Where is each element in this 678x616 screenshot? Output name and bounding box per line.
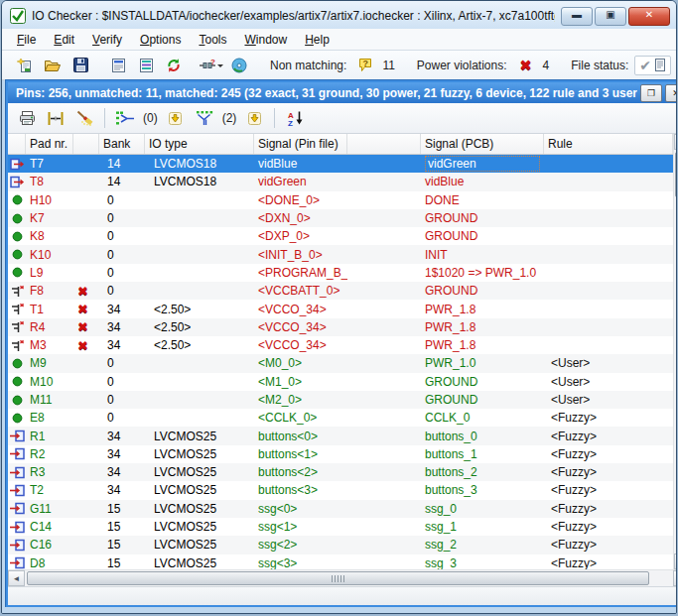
violation-cell (73, 173, 99, 190)
header-icon-column[interactable] (8, 134, 26, 154)
menu-item-window[interactable]: Window (235, 31, 296, 49)
table-row-r2[interactable]: R234LVCMOS25buttons<1>buttons_1<Fuzzy> (8, 445, 673, 463)
gap-cell (347, 300, 421, 317)
vertical-scrollbar[interactable]: ▲ ▼ (673, 134, 677, 569)
signal-pcb-cell: PWR_1.8 (421, 318, 544, 336)
menu-item-options[interactable]: Options (131, 31, 190, 49)
table-row-m3[interactable]: M3✖34<2.50><VCCO_34>PWR_1.8 (8, 336, 673, 354)
signal-pcb-cell: ssg_0 (421, 500, 544, 518)
table-row-t8[interactable]: T814LVCMOS18vidGreenvidBlue (8, 173, 673, 190)
close-button[interactable]: ✕ (628, 7, 670, 26)
signal-pin-file-cell: ssg<3> (254, 554, 347, 569)
table-row-r4[interactable]: R4✖34<2.50><VCCO_34>PWR_1.8 (8, 318, 673, 336)
report-button[interactable] (105, 55, 131, 76)
table-row-k8[interactable]: K80<DXP_0>GROUND (8, 227, 673, 245)
clean-button[interactable] (71, 107, 97, 129)
compare-button[interactable] (43, 107, 68, 129)
probe-dropdown-button[interactable]: ? (199, 55, 224, 76)
merge-filter-down-button[interactable] (163, 107, 189, 129)
report-colored-button[interactable] (133, 55, 159, 76)
funnel-filter-down-button[interactable] (241, 107, 267, 129)
table-row-m11[interactable]: M110<M2_0>GROUND<User> (8, 391, 673, 409)
probe-icon: ? (199, 59, 216, 72)
menu-item-tools[interactable]: Tools (190, 31, 235, 49)
verify-ok-button[interactable]: ✔ (673, 55, 677, 76)
restore-button[interactable]: ▣ (595, 7, 626, 26)
merge-connector-button[interactable] (112, 107, 138, 129)
open-file-button[interactable] (40, 55, 66, 76)
minimize-button[interactable]: ▬ (561, 7, 593, 26)
pin-signal-text: <INIT_B_0> (258, 248, 323, 262)
table-row-l9[interactable]: L90<PROGRAM_B_0>1$1020 => PWR_1.0 (8, 264, 673, 282)
table-row-e8[interactable]: E80<CCLK_0>CCLK_0<Fuzzy> (8, 409, 673, 427)
export-icon (10, 158, 25, 171)
focused-pcb-signal[interactable]: vidGreen (425, 156, 540, 172)
vertical-scroll-track[interactable] (674, 150, 677, 554)
header-bank[interactable]: Bank (99, 134, 145, 154)
table-row-g11[interactable]: G1115LVCMOS25ssg<0>ssg_0<Fuzzy> (8, 500, 673, 518)
power-violations-button[interactable]: ✖ (513, 55, 539, 76)
file-status-label: File status: (571, 59, 628, 72)
iotype-cell: LVCMOS18 (145, 155, 254, 173)
funnel-button[interactable] (192, 107, 217, 129)
table-row-t7[interactable]: T714LVCMOS18vidBluevidGreen (8, 155, 673, 173)
header-violation-column[interactable] (73, 134, 99, 154)
vertical-scroll-thumb[interactable] (675, 152, 677, 197)
new-file-button[interactable] (12, 55, 38, 76)
table-row-m10[interactable]: M100<M1_0>GROUND<User> (8, 373, 673, 391)
pad-cell: E8 (26, 409, 73, 427)
menu-item-verify[interactable]: Verify (83, 31, 131, 49)
az-sort-button[interactable]: AZ (282, 107, 308, 129)
row-status-cell (8, 518, 26, 536)
print-button[interactable] (14, 107, 40, 129)
table-row-k10[interactable]: K100<INIT_B_0>INIT (8, 245, 673, 263)
horizontal-scroll-track[interactable] (25, 570, 673, 586)
table-header: Pad nr. Bank IO type Signal (Pin file) S… (8, 134, 673, 155)
signal-pin-file-cell: buttons<2> (254, 463, 347, 481)
signal-pin-file-cell: <M2_0> (254, 391, 347, 409)
refresh-button[interactable] (161, 55, 187, 76)
table-row-f8[interactable]: F8✖0<VCCBATT_0>GROUND (8, 282, 673, 300)
disc-button[interactable] (226, 55, 252, 76)
table-row-k7[interactable]: K70<DXN_0>GROUND (8, 209, 673, 227)
rule-cell (544, 227, 673, 245)
scroll-right-button[interactable]: ► (673, 570, 677, 586)
header-pad[interactable]: Pad nr. (26, 134, 73, 154)
pad-cell: T8 (26, 173, 73, 190)
bank-cell: 0 (99, 373, 145, 391)
header-gap-column[interactable] (347, 134, 421, 154)
pin-signal-text: <VCCO_34> (258, 303, 327, 316)
save-file-button[interactable] (68, 55, 93, 76)
header-signal-pcb[interactable]: Signal (PCB) (421, 134, 544, 154)
table-row-c16[interactable]: C1615LVCMOS25ssg<2>ssg_2<Fuzzy> (8, 536, 673, 554)
signal-pcb-cell: GROUND (421, 282, 544, 300)
scroll-left-button[interactable]: ◄ (8, 570, 25, 586)
table-row-r3[interactable]: R334LVCMOS25buttons<2>buttons_2<Fuzzy> (8, 463, 673, 481)
header-signal-pin-file[interactable]: Signal (Pin file) (254, 134, 347, 154)
horizontal-scrollbar[interactable]: ◄ ► (8, 569, 677, 586)
scroll-up-button[interactable]: ▲ (674, 134, 677, 150)
signal-pin-file-cell: <VCCBATT_0> (254, 282, 347, 300)
header-rule[interactable]: Rule (544, 134, 673, 154)
child-close-button[interactable]: ✕ (665, 84, 677, 102)
horizontal-scroll-thumb[interactable] (27, 571, 649, 585)
menu-item-edit[interactable]: Edit (45, 31, 83, 49)
table-row-h10[interactable]: H100<DONE_0>DONE (8, 191, 673, 209)
non-matching-button[interactable]: ? (352, 55, 378, 76)
resize-grip[interactable] (676, 591, 677, 603)
app-icon (10, 8, 26, 24)
child-restore-button[interactable]: ❐ (640, 84, 662, 102)
menu-item-file[interactable]: File (8, 31, 45, 49)
header-iotype[interactable]: IO type (145, 134, 254, 154)
table-row-c14[interactable]: C1415LVCMOS25ssg<1>ssg_1<Fuzzy> (8, 518, 673, 536)
table-row-r1[interactable]: R134LVCMOS25buttons<0>buttons_0<Fuzzy> (8, 427, 673, 444)
table-row-t2[interactable]: T234LVCMOS25buttons<3>buttons_3<Fuzzy> (8, 481, 673, 499)
table-row-m9[interactable]: M90<M0_0>PWR_1.0<User> (8, 354, 673, 372)
table-row-t1[interactable]: T1✖34<2.50><VCCO_34>PWR_1.8 (8, 300, 673, 317)
signal-pin-file-cell: ssg<0> (254, 500, 347, 518)
menu-item-help[interactable]: Help (296, 31, 339, 49)
table-row-d8[interactable]: D815LVCMOS25ssg<3>ssg_3<Fuzzy> (8, 554, 673, 569)
signal-pin-file-cell: vidGreen (254, 173, 347, 190)
svg-text:?: ? (210, 59, 215, 66)
scroll-down-button[interactable]: ▼ (674, 554, 677, 569)
